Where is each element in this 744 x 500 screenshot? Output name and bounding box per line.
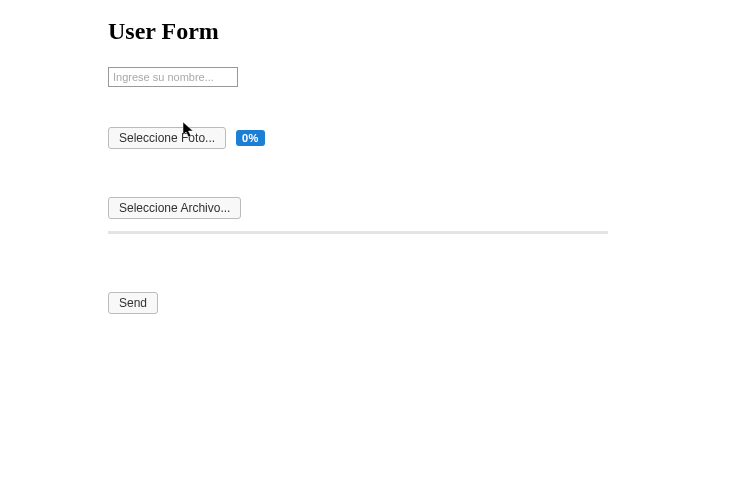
send-button[interactable]: Send [108, 292, 158, 314]
name-input[interactable] [108, 67, 238, 87]
page-title: User Form [108, 18, 744, 45]
select-photo-button[interactable]: Seleccione Foto... [108, 127, 226, 149]
photo-progress-badge: 0% [236, 130, 265, 146]
select-file-button[interactable]: Seleccione Archivo... [108, 197, 241, 219]
file-progress-bar [108, 231, 608, 234]
